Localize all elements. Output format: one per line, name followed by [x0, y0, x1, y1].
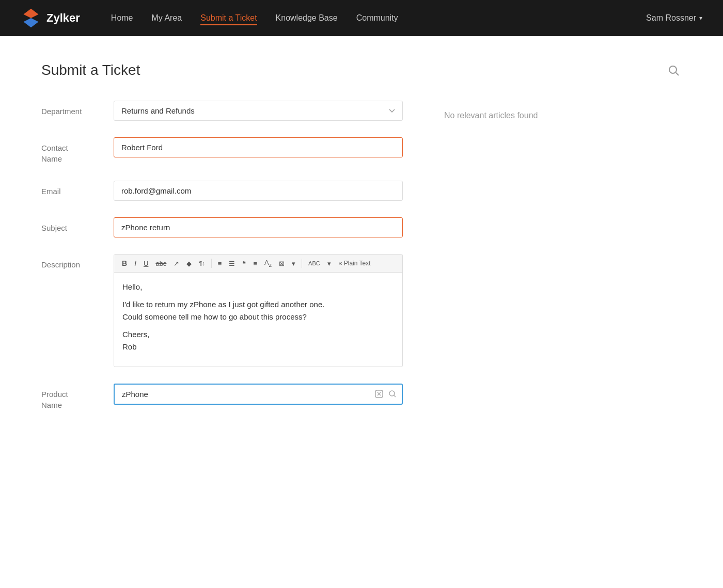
toolbar-font-button[interactable]: Az	[262, 258, 274, 269]
subject-input[interactable]	[114, 217, 403, 237]
user-name: Sam Rossner	[646, 13, 696, 23]
svg-line-3	[676, 73, 679, 76]
toolbar-script-button[interactable]: ↗	[171, 259, 182, 268]
search-icon	[667, 64, 680, 76]
editor-body[interactable]: Hello, I'd like to return my zPhone as I…	[114, 273, 402, 367]
nav-item-submit-ticket[interactable]: Submit a Ticket	[200, 13, 257, 23]
form-layout: Department Returns and Refunds Technical…	[41, 101, 682, 427]
description-label: Description	[41, 254, 98, 270]
contact-name-label: ContactName	[41, 137, 98, 164]
description-line-3: Cheers, Rob	[122, 328, 394, 353]
department-label: Department	[41, 101, 98, 117]
description-row: Description B I U abc ↗ ◆ ¶↕	[41, 254, 403, 367]
subject-row: Subject	[41, 217, 403, 237]
nav-item-knowledge-base[interactable]: Knowledge Base	[276, 13, 338, 23]
navbar: Zylker Home My Area Submit a Ticket Know…	[0, 0, 723, 36]
toolbar-italic-button[interactable]: I	[132, 258, 139, 268]
editor-toolbar: B I U abc ↗ ◆ ¶↕ ≡ ☰ ❝ ≡ Az	[114, 255, 402, 273]
department-control: Returns and Refunds Technical Support Bi…	[114, 101, 403, 121]
department-select[interactable]: Returns and Refunds Technical Support Bi…	[114, 101, 403, 121]
product-name-label: ProductName	[41, 384, 98, 410]
brand-name: Zylker	[46, 11, 80, 25]
subject-label: Subject	[41, 217, 98, 233]
nav-link-community[interactable]: Community	[356, 13, 398, 22]
nav-item-community[interactable]: Community	[356, 13, 398, 23]
toolbar-abc-more-button[interactable]: ▾	[325, 259, 334, 268]
toolbar-underline-button[interactable]: U	[141, 259, 151, 268]
description-line-2: I'd like to return my zPhone as I just g…	[122, 298, 394, 323]
contact-name-control	[114, 137, 403, 157]
page-title: Submit a Ticket	[41, 62, 140, 78]
clear-icon	[375, 390, 383, 398]
page-header: Submit a Ticket	[41, 62, 682, 80]
toolbar-spellcheck-button[interactable]: ABC	[306, 259, 323, 268]
toolbar-indent-button[interactable]: ¶↕	[196, 259, 207, 268]
toolbar-code-button[interactable]: ≡	[250, 259, 260, 268]
svg-line-8	[394, 395, 396, 397]
description-line-1: Hello,	[122, 281, 394, 293]
email-label: Email	[41, 181, 98, 197]
search-button[interactable]	[665, 62, 682, 80]
nav-link-submit-ticket[interactable]: Submit a Ticket	[200, 13, 257, 25]
product-input-wrap	[114, 384, 403, 405]
product-input-icons	[374, 389, 398, 400]
brand-logo-icon	[21, 8, 41, 28]
svg-marker-0	[23, 9, 38, 18]
ticket-form: Department Returns and Refunds Technical…	[41, 101, 403, 427]
nav-item-myarea[interactable]: My Area	[152, 13, 182, 23]
user-chevron-icon: ▾	[699, 14, 702, 22]
sidebar: No relevant articles found	[444, 101, 573, 427]
svg-point-2	[669, 66, 677, 73]
product-search-button[interactable]	[387, 389, 398, 400]
toolbar-bold-button[interactable]: B	[119, 258, 130, 268]
toolbar-strikethrough-button[interactable]: abc	[153, 259, 169, 268]
nav-menu: Home My Area Submit a Ticket Knowledge B…	[111, 13, 398, 23]
description-editor: B I U abc ↗ ◆ ¶↕ ≡ ☰ ❝ ≡ Az	[114, 254, 403, 367]
contact-name-input[interactable]	[114, 137, 403, 157]
product-name-input[interactable]	[114, 384, 403, 405]
user-menu[interactable]: Sam Rossner ▾	[646, 13, 702, 23]
product-name-control	[114, 384, 403, 405]
toolbar-align-button[interactable]: ≡	[215, 259, 225, 268]
brand[interactable]: Zylker	[21, 8, 80, 28]
toolbar-sep-2	[302, 259, 302, 268]
product-search-icon	[388, 390, 397, 398]
toolbar-highlight-button[interactable]: ◆	[184, 259, 194, 268]
toolbar-image-button[interactable]: ⊠	[276, 259, 287, 268]
subject-control	[114, 217, 403, 237]
contact-name-row: ContactName	[41, 137, 403, 164]
email-row: Email	[41, 181, 403, 201]
toolbar-list-button[interactable]: ☰	[226, 259, 238, 268]
toolbar-sep-1	[211, 259, 212, 268]
nav-link-home[interactable]: Home	[111, 13, 133, 22]
main-content: Submit a Ticket Department Returns and R…	[0, 36, 723, 588]
product-name-row: ProductName	[41, 384, 403, 410]
email-input[interactable]	[114, 181, 403, 201]
product-clear-button[interactable]	[374, 389, 384, 400]
nav-link-myarea[interactable]: My Area	[152, 13, 182, 22]
no-articles-text: No relevant articles found	[444, 111, 573, 120]
toolbar-more-button[interactable]: ▾	[289, 259, 298, 268]
toolbar-blockquote-button[interactable]: ❝	[240, 259, 248, 268]
nav-item-home[interactable]: Home	[111, 13, 133, 23]
email-control	[114, 181, 403, 201]
nav-link-knowledge-base[interactable]: Knowledge Base	[276, 13, 338, 22]
svg-marker-1	[23, 18, 38, 27]
description-control: B I U abc ↗ ◆ ¶↕ ≡ ☰ ❝ ≡ Az	[114, 254, 403, 367]
department-row: Department Returns and Refunds Technical…	[41, 101, 403, 121]
toolbar-plain-text-button[interactable]: « Plain Text	[336, 258, 374, 268]
